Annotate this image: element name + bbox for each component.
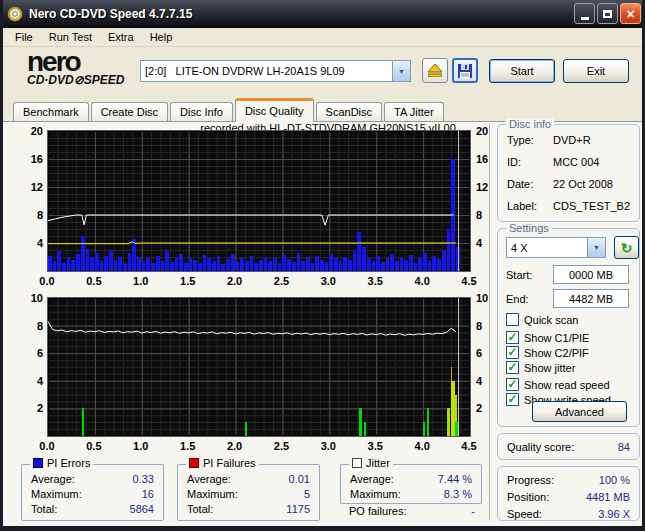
application-window: Nero CD-DVD Speed 4.7.7.15 × FileRun Tes… [0, 0, 645, 531]
close-button[interactable]: × [620, 3, 641, 24]
exit-button[interactable]: Exit [563, 59, 629, 83]
checkbox-label: Show jitter [524, 362, 575, 374]
tab-disc-info[interactable]: Disc Info [170, 102, 233, 122]
y-axis-tick: 20 [17, 125, 43, 137]
tab-create-disc[interactable]: Create Disc [91, 102, 168, 122]
chevron-down-icon[interactable]: ▼ [392, 61, 410, 81]
x-axis-tick: 3.5 [368, 440, 383, 452]
y-axis-tick: 6 [476, 347, 502, 359]
y-axis-tick: 4 [17, 237, 43, 249]
menu-item-extra[interactable]: Extra [100, 29, 142, 45]
x-axis-tick: 4.0 [414, 440, 429, 452]
check-icon: ✓ [507, 332, 517, 342]
stat-value: 0.33 [133, 473, 154, 485]
drive-selector-value: [2:0] LITE-ON DVDRW LH-20A1S 9L09 [141, 65, 392, 77]
x-axis-tick: 2.0 [227, 440, 242, 452]
y-axis-tick: 8 [17, 320, 43, 332]
x-axis-tick: 1.0 [133, 275, 148, 287]
stat-value: 16 [142, 488, 154, 500]
x-axis-tick: 1.0 [133, 440, 148, 452]
stat-label: Average: [350, 473, 394, 485]
menu-item-run-test[interactable]: Run Test [41, 29, 100, 45]
menu-item-file[interactable]: File [7, 29, 41, 45]
advanced-button[interactable]: Advanced [532, 401, 627, 422]
disc-info-label: ID: [507, 156, 521, 168]
checkbox-row-show-c2-pif: ✓Show C2/PIF [506, 346, 589, 359]
x-axis-tick: 4.0 [414, 275, 429, 287]
speed-selector[interactable]: 4 X ▼ [506, 237, 606, 258]
x-axis-tick: 0.5 [86, 275, 101, 287]
end-cursor [458, 131, 459, 271]
x-axis-tick: 3.0 [321, 440, 336, 452]
stat-row-average-: Average:7.44 % [350, 473, 472, 485]
menu-item-help[interactable]: Help [142, 29, 181, 45]
checkbox-show-c2-pif[interactable]: ✓ [506, 346, 519, 359]
tab-ta-jitter[interactable]: TA Jitter [384, 102, 444, 122]
chart-lines [48, 298, 470, 436]
end-field-label: End: [506, 293, 529, 305]
progress-row-position-: Position:4481 MB [507, 491, 630, 503]
checkbox-row-show-read-speed: ✓Show read speed [506, 378, 610, 391]
title-bar[interactable]: Nero CD-DVD Speed 4.7.7.15 × [0, 0, 645, 28]
disc-info-value: DVD+R [553, 134, 591, 146]
start-button[interactable]: Start [489, 59, 555, 83]
progress-label: Speed: [507, 508, 542, 520]
stat-box-title: PI Errors [30, 457, 93, 469]
stat-box-title-text: PI Failures [203, 457, 256, 469]
stat-value: 5864 [130, 503, 154, 515]
checkbox-show-c1-pie[interactable]: ✓ [506, 331, 519, 344]
stat-row-maximum-: Maximum:5 [187, 488, 310, 500]
y-axis-tick: 6 [17, 347, 43, 359]
disc-info-value: 22 Oct 2008 [553, 178, 613, 190]
stat-box-title-text: Jitter [366, 457, 390, 469]
checkbox-show-read-speed[interactable]: ✓ [506, 378, 519, 391]
checkbox-show-jitter[interactable]: ✓ [506, 361, 519, 374]
y-axis-tick: 12 [17, 181, 43, 193]
tab-scandisc[interactable]: ScanDisc [316, 102, 382, 122]
nero-logo: nero CD·DVD⊘SPEED [27, 48, 124, 86]
stat-label: Total: [31, 503, 57, 515]
stat-value: 8.3 % [444, 488, 472, 500]
y-axis-tick: 2 [17, 402, 43, 414]
save-button[interactable] [452, 58, 478, 83]
stat-row-maximum-: Maximum:8.3 % [350, 488, 472, 500]
stat-row-total-: Total:5864 [31, 503, 154, 515]
y-axis-tick: 4 [17, 375, 43, 387]
x-axis-tick: 0.0 [39, 440, 54, 452]
x-axis-tick: 3.5 [368, 275, 383, 287]
minimize-button[interactable] [574, 3, 595, 24]
eject-icon [428, 64, 442, 77]
quality-score-value: 84 [618, 441, 630, 453]
end-field[interactable] [553, 289, 629, 308]
y-axis-tick: 12 [476, 181, 502, 193]
start-field[interactable] [553, 265, 629, 284]
disc-info-row: Date:22 Oct 2008 [507, 178, 630, 190]
chevron-down-icon[interactable]: ▼ [587, 238, 605, 257]
po-failures-row: PO failures: - [349, 505, 475, 517]
stat-value: 0.01 [289, 473, 310, 485]
stat-row-average-: Average:0.01 [187, 473, 310, 485]
maximize-button[interactable] [597, 3, 618, 24]
x-axis-tick: 4.5 [461, 275, 476, 287]
stat-label: Maximum: [350, 488, 401, 500]
checkbox-show-write-speed[interactable]: ✓ [506, 393, 519, 406]
stat-row-total-: Total:1175 [187, 503, 310, 515]
line-read-speed [48, 215, 454, 225]
stat-label: Average: [31, 473, 75, 485]
pi-failures-jitter-chart [47, 297, 471, 437]
checkbox-quick-scan[interactable] [506, 313, 519, 326]
disc-info-row: Type:DVD+R [507, 134, 630, 146]
eject-button[interactable] [422, 58, 448, 83]
tab-benchmark[interactable]: Benchmark [13, 102, 89, 122]
drive-selector[interactable]: [2:0] LITE-ON DVDRW LH-20A1S 9L09 ▼ [140, 60, 411, 82]
refresh-button[interactable]: ↻ [614, 236, 639, 259]
stat-value: 5 [304, 488, 310, 500]
stat-box-title-text: PI Errors [47, 457, 90, 469]
maximize-icon [603, 10, 612, 18]
disc-info-label: Date: [507, 178, 533, 190]
progress-row-speed-: Speed:3.96 X [507, 508, 630, 520]
tab-disc-quality[interactable]: Disc Quality [235, 98, 314, 122]
app-icon [7, 6, 23, 22]
check-icon: ✓ [507, 394, 517, 404]
y-axis-tick: 16 [17, 153, 43, 165]
